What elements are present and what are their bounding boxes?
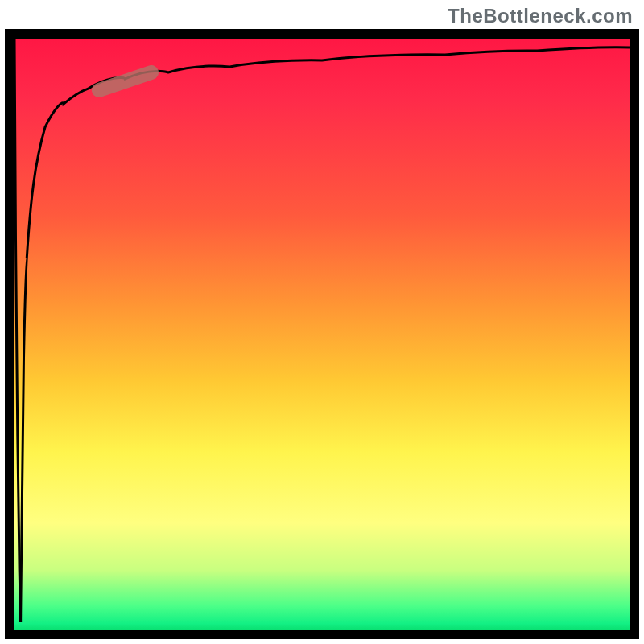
watermark-text: TheBottleneck.com bbox=[448, 5, 633, 27]
highlight-segment bbox=[99, 72, 151, 90]
chart-stage: TheBottleneck.com bbox=[0, 0, 644, 644]
plot-area bbox=[5, 29, 639, 639]
curve-descend bbox=[14, 39, 21, 622]
curve-layer bbox=[14, 39, 630, 630]
curve-ascend bbox=[21, 47, 630, 622]
